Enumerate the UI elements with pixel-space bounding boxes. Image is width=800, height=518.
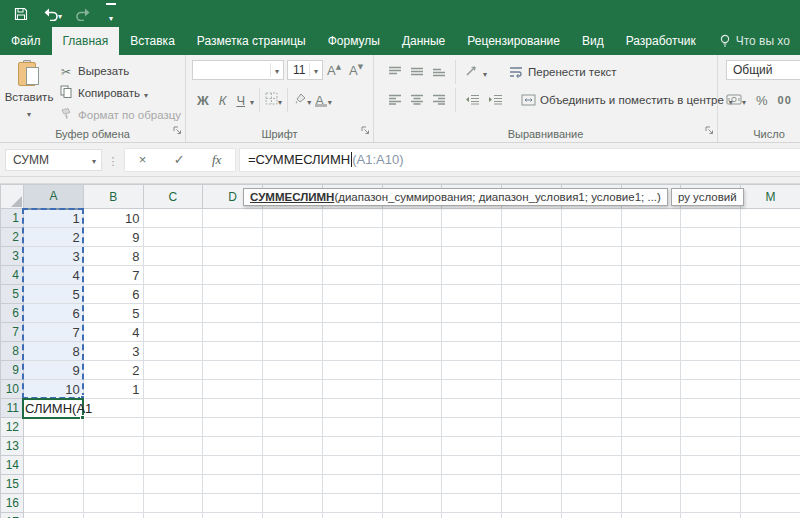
cell-B3[interactable]: 8 xyxy=(83,247,143,266)
cell-I16[interactable] xyxy=(502,494,562,513)
row-header-9[interactable]: 9 xyxy=(1,361,24,380)
cell-B17[interactable] xyxy=(83,513,143,518)
cell-C7[interactable] xyxy=(143,323,203,342)
cell-D16[interactable] xyxy=(203,494,263,513)
cell-E5[interactable] xyxy=(263,285,323,304)
cell-B7[interactable]: 4 xyxy=(83,323,143,342)
cell-B1[interactable]: 10 xyxy=(83,209,143,228)
cell-B10[interactable]: 1 xyxy=(83,380,143,399)
cell-J4[interactable] xyxy=(561,266,621,285)
cell-J13[interactable] xyxy=(561,437,621,456)
cell-M15[interactable] xyxy=(741,475,800,494)
cell-J5[interactable] xyxy=(561,285,621,304)
cell-C6[interactable] xyxy=(143,304,203,323)
cell-A3[interactable]: 3 xyxy=(24,247,84,266)
cell-K3[interactable] xyxy=(621,247,681,266)
cell-D5[interactable] xyxy=(203,285,263,304)
cell-K9[interactable] xyxy=(621,361,681,380)
row-header-11[interactable]: 11 xyxy=(1,399,24,418)
cell-D4[interactable] xyxy=(203,266,263,285)
cell-K16[interactable] xyxy=(621,494,681,513)
tab-formulas[interactable]: Формулы xyxy=(317,27,391,55)
cell-E8[interactable] xyxy=(263,342,323,361)
cell-E9[interactable] xyxy=(263,361,323,380)
cell-H17[interactable] xyxy=(442,513,502,518)
font-size-combobox[interactable]: 11 xyxy=(287,60,323,80)
cell-A6[interactable]: 6 xyxy=(24,304,84,323)
cell-K2[interactable] xyxy=(621,228,681,247)
cell-H13[interactable] xyxy=(442,437,502,456)
row-header-1[interactable]: 1 xyxy=(1,209,24,228)
cell-D17[interactable] xyxy=(203,513,263,518)
borders-dropdown-icon[interactable] xyxy=(278,91,282,109)
cell-K12[interactable] xyxy=(621,418,681,437)
cell-K15[interactable] xyxy=(621,475,681,494)
cell-L16[interactable] xyxy=(681,494,741,513)
cell-L17[interactable] xyxy=(681,513,741,518)
cell-A10[interactable]: 10 xyxy=(24,380,84,399)
cell-A7[interactable]: 7 xyxy=(24,323,84,342)
cell-J17[interactable] xyxy=(561,513,621,518)
cell-B2[interactable]: 9 xyxy=(83,228,143,247)
cell-G5[interactable] xyxy=(382,285,442,304)
cell-A12[interactable] xyxy=(24,418,84,437)
cell-D1[interactable] xyxy=(203,209,263,228)
cell-I10[interactable] xyxy=(502,380,562,399)
cell-H12[interactable] xyxy=(442,418,502,437)
cell-A2[interactable]: 2 xyxy=(24,228,84,247)
cell-C15[interactable] xyxy=(143,475,203,494)
cell-L2[interactable] xyxy=(681,228,741,247)
cell-G17[interactable] xyxy=(382,513,442,518)
cell-E11[interactable] xyxy=(263,399,323,418)
row-header-13[interactable]: 13 xyxy=(1,437,24,456)
cell-M12[interactable] xyxy=(741,418,800,437)
cell-M9[interactable] xyxy=(741,361,800,380)
wrap-text-button[interactable]: Перенести текст xyxy=(509,66,617,78)
cell-B12[interactable] xyxy=(83,418,143,437)
cell-L11[interactable] xyxy=(681,399,741,418)
insert-function-button[interactable]: fx xyxy=(212,152,221,168)
cell-J10[interactable] xyxy=(561,380,621,399)
formula-input[interactable]: =СУММЕСЛИМН(A1:A10) xyxy=(239,148,800,172)
cell-G9[interactable] xyxy=(382,361,442,380)
decrease-indent-icon[interactable] xyxy=(465,91,480,109)
cell-M11[interactable] xyxy=(741,399,800,418)
cell-A14[interactable] xyxy=(24,456,84,475)
cell-M6[interactable] xyxy=(741,304,800,323)
cell-G1[interactable] xyxy=(382,209,442,228)
cell-G3[interactable] xyxy=(382,247,442,266)
cell-C4[interactable] xyxy=(143,266,203,285)
cell-H7[interactable] xyxy=(442,323,502,342)
row-header-15[interactable]: 15 xyxy=(1,475,24,494)
cell-A4[interactable]: 4 xyxy=(24,266,84,285)
orientation-icon[interactable] xyxy=(465,63,479,81)
cell-J9[interactable] xyxy=(561,361,621,380)
cell-A15[interactable] xyxy=(24,475,84,494)
cell-F9[interactable] xyxy=(322,361,382,380)
cell-M2[interactable] xyxy=(741,228,800,247)
cell-G16[interactable] xyxy=(382,494,442,513)
cell-B8[interactable]: 3 xyxy=(83,342,143,361)
cell-C16[interactable] xyxy=(143,494,203,513)
cell-F4[interactable] xyxy=(322,266,382,285)
cell-J11[interactable] xyxy=(561,399,621,418)
cell-L7[interactable] xyxy=(681,323,741,342)
cell-F14[interactable] xyxy=(322,456,382,475)
cell-A9[interactable]: 9 xyxy=(24,361,84,380)
cell-D2[interactable] xyxy=(203,228,263,247)
cell-G12[interactable] xyxy=(382,418,442,437)
cell-L10[interactable] xyxy=(681,380,741,399)
cell-K4[interactable] xyxy=(621,266,681,285)
cell-L3[interactable] xyxy=(681,247,741,266)
cell-E10[interactable] xyxy=(263,380,323,399)
cell-J8[interactable] xyxy=(561,342,621,361)
cell-A13[interactable] xyxy=(24,437,84,456)
enter-button[interactable]: ✓ xyxy=(174,152,185,167)
undo-dropdown-icon[interactable] xyxy=(58,5,62,23)
cell-G7[interactable] xyxy=(382,323,442,342)
cell-A17[interactable] xyxy=(24,513,84,518)
cell-B6[interactable]: 5 xyxy=(83,304,143,323)
accounting-dropdown-icon[interactable] xyxy=(742,91,746,109)
cell-L8[interactable] xyxy=(681,342,741,361)
cell-E7[interactable] xyxy=(263,323,323,342)
